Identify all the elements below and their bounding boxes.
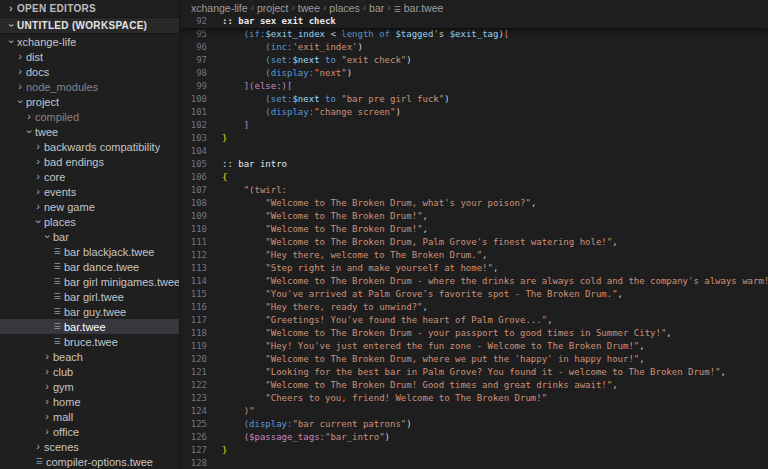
code-line-99[interactable]: 99 ](else:)[ (180, 80, 768, 93)
line-number: 102 (180, 119, 222, 132)
tree-folder-gym[interactable]: ›gym (0, 379, 179, 394)
code-editor[interactable]: 92:: bar sex exit check 95 (if:$exit_ind… (180, 15, 768, 469)
tree-folder-core[interactable]: ›core (0, 169, 179, 184)
file-tree: ›xchange-life›dist›docs›node_modules›pro… (0, 34, 179, 469)
line-text: "Hey there, ready to unwind?", (222, 301, 768, 314)
code-line-118[interactable]: 118 "Welcome to The Broken Drum - your p… (180, 327, 768, 340)
code-line-107[interactable]: 107 "(twirl: (180, 184, 768, 197)
chevron-right-icon: › (32, 186, 44, 197)
tree-folder-scenes[interactable]: ›scenes (0, 439, 179, 454)
line-text: "Step right in and make yourself at home… (222, 262, 768, 275)
breadcrumb-item-bar[interactable]: bar (367, 2, 386, 14)
line-number: 107 (180, 184, 222, 197)
code-line-100[interactable]: 100 (set:$next to "bar pre girl fuck") (180, 93, 768, 106)
editor-pane: xchange-life›project›twee›places›bar›☰ba… (180, 0, 768, 469)
chevron-right-icon: › (32, 441, 44, 452)
tree-file-bar-blackjack-twee[interactable]: ☰bar blackjack.twee (0, 244, 179, 259)
tree-item-label: club (53, 366, 73, 378)
code-line-112[interactable]: 112 "Hey there, welcome to The Broken Dr… (180, 249, 768, 262)
code-line-121[interactable]: 121 "Looking for the best bar in Palm Gr… (180, 366, 768, 379)
code-line-113[interactable]: 113 "Step right in and make yourself at … (180, 262, 768, 275)
open-editors-header[interactable]: › OPEN EDITORS (0, 0, 179, 17)
tree-file-bar-dance-twee[interactable]: ☰bar dance.twee (0, 259, 179, 274)
code-line-103[interactable]: 103} (180, 132, 768, 145)
code-line-119[interactable]: 119 "Hey! You've just entered the fun zo… (180, 340, 768, 353)
line-text: "Hey there, welcome to The Broken Drum."… (222, 249, 768, 262)
code-line-128[interactable]: 128 (180, 457, 768, 469)
tree-folder-twee[interactable]: ›twee (0, 124, 179, 139)
tree-folder-docs[interactable]: ›docs (0, 64, 179, 79)
line-text: (set:$next to "exit check") (222, 54, 768, 67)
tree-folder-project[interactable]: ›project (0, 94, 179, 109)
code-line-96[interactable]: 96 (inc:'exit_index') (180, 41, 768, 54)
code-line-124[interactable]: 124 )" (180, 405, 768, 418)
tree-item-label: bar girl minigames.twee (64, 276, 179, 288)
tree-folder-office[interactable]: ›office (0, 424, 179, 439)
tree-file-bar-guy-twee[interactable]: ☰bar guy.twee (0, 304, 179, 319)
chevron-right-icon: › (23, 111, 35, 122)
code-line-102[interactable]: 102 ] (180, 119, 768, 132)
workspace-header[interactable]: › UNTITLED (WORKSPACE) (0, 17, 179, 34)
chevron-down-icon: › (6, 20, 17, 32)
tree-folder-home[interactable]: ›home (0, 394, 179, 409)
tree-folder-club[interactable]: ›club (0, 364, 179, 379)
tree-folder-xchange-life[interactable]: ›xchange-life (0, 34, 179, 49)
tree-file-bar-girl-minigames-twee[interactable]: ☰bar girl minigames.twee (0, 274, 179, 289)
tree-folder-mall[interactable]: ›mall (0, 409, 179, 424)
code-line-123[interactable]: 123 "Cheers to you, friend! Welcome to T… (180, 392, 768, 405)
tree-folder-beach[interactable]: ›beach (0, 349, 179, 364)
tree-folder-bad-endings[interactable]: ›bad endings (0, 154, 179, 169)
tree-file-bruce-twee[interactable]: ☰bruce.twee (0, 334, 179, 349)
code-line-98[interactable]: 98 (display:"next") (180, 67, 768, 80)
tree-folder-backwards-compatibility[interactable]: ›backwards compatibility (0, 139, 179, 154)
breadcrumb-item-xchange-life[interactable]: xchange-life (189, 2, 250, 14)
tree-folder-events[interactable]: ›events (0, 184, 179, 199)
line-number: 112 (180, 249, 222, 262)
tree-item-label: twee (35, 126, 58, 138)
code-line-105[interactable]: 105:: bar intro (180, 158, 768, 171)
code-line-95[interactable]: 95 (if:$exit_index < length of $tagged's… (180, 28, 768, 41)
code-line-122[interactable]: 122 "Welcome to The Broken Drum! Good ti… (180, 379, 768, 392)
line-number: 116 (180, 301, 222, 314)
sticky-scroll[interactable]: 92:: bar sex exit check (180, 15, 768, 28)
tree-file-compiler-options-twee[interactable]: ☰compiler-options.twee (0, 454, 179, 469)
code-line-109[interactable]: 109 "Welcome to The Broken Drum!", (180, 210, 768, 223)
code-line-116[interactable]: 116 "Hey there, ready to unwind?", (180, 301, 768, 314)
tree-folder-compiled[interactable]: ›compiled (0, 109, 179, 124)
code-line-97[interactable]: 97 (set:$next to "exit check") (180, 54, 768, 67)
code-line-110[interactable]: 110 "Welcome to The Broken Drum!", (180, 223, 768, 236)
tree-file-bar-twee[interactable]: ☰bar.twee (0, 319, 179, 334)
breadcrumb-item-twee[interactable]: twee (296, 2, 322, 14)
line-text: "Welcome to The Broken Drum, where we pu… (222, 353, 768, 366)
code-line-114[interactable]: 114 "Welcome to The Broken Drum - where … (180, 275, 768, 288)
tree-item-label: bar girl.twee (64, 291, 124, 303)
tree-file-bar-girl-twee[interactable]: ☰bar girl.twee (0, 289, 179, 304)
line-text: )" (222, 405, 768, 418)
code-line-125[interactable]: 125 (display:"bar current patrons") (180, 418, 768, 431)
code-line-127[interactable]: 127} (180, 444, 768, 457)
line-number: 115 (180, 288, 222, 301)
code-line-115[interactable]: 115 "You've arrived at Palm Grove's favo… (180, 288, 768, 301)
code-line-104[interactable]: 104 (180, 145, 768, 158)
code-line-111[interactable]: 111 "Welcome to The Broken Drum, Palm Gr… (180, 236, 768, 249)
breadcrumb-item-bar-twee[interactable]: ☰bar.twee (392, 2, 446, 14)
line-text (222, 457, 768, 469)
tree-folder-dist[interactable]: ›dist (0, 49, 179, 64)
code-line-120[interactable]: 120 "Welcome to The Broken Drum, where w… (180, 353, 768, 366)
breadcrumb: xchange-life›project›twee›places›bar›☰ba… (180, 0, 768, 15)
tree-folder-node-modules[interactable]: ›node_modules (0, 79, 179, 94)
line-text: (display:"next") (222, 67, 768, 80)
breadcrumb-item-project[interactable]: project (255, 2, 291, 14)
code-line-101[interactable]: 101 (display:"change screen") (180, 106, 768, 119)
sticky-code-line[interactable]: 92:: bar sex exit check (180, 15, 768, 28)
code-line-108[interactable]: 108 "Welcome to The Broken Drum, what's … (180, 197, 768, 210)
code-line-126[interactable]: 126 ($passage_tags:"bar_intro") (180, 431, 768, 444)
tree-folder-new-game[interactable]: ›new game (0, 199, 179, 214)
breadcrumb-item-places[interactable]: places (327, 2, 361, 14)
tree-folder-places[interactable]: ›places (0, 214, 179, 229)
line-number: 103 (180, 132, 222, 145)
line-text: :: bar intro (222, 158, 768, 171)
code-line-117[interactable]: 117 "Greetings! You've found the heart o… (180, 314, 768, 327)
code-line-106[interactable]: 106{ (180, 171, 768, 184)
tree-folder-bar[interactable]: ›bar (0, 229, 179, 244)
